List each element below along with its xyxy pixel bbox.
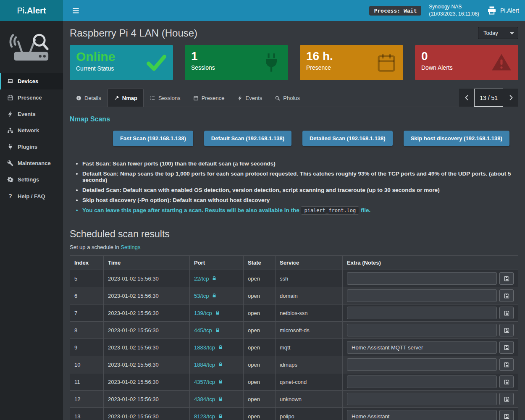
tab-sessions[interactable]: Sessions bbox=[144, 89, 187, 107]
cell-time: 2023-01-02 15:56:30 bbox=[104, 304, 190, 322]
cell-state: open bbox=[244, 304, 276, 322]
list-icon bbox=[150, 95, 155, 101]
schedule-hint: Set up a schedule in Settings bbox=[70, 244, 518, 250]
bullet-log-note: You can leave this page after starting a… bbox=[82, 207, 518, 213]
bolt-icon bbox=[7, 111, 13, 117]
save-note-button[interactable] bbox=[499, 307, 514, 319]
default-scan-button[interactable]: Default Scan (192.168.1.138) bbox=[204, 131, 291, 146]
port-link[interactable]: 4384/tcp bbox=[194, 396, 223, 402]
note-input[interactable] bbox=[347, 324, 497, 336]
main-content: Raspberry Pi 4 LAN (House) Today Online … bbox=[63, 21, 525, 420]
port-link[interactable]: 139/tcp bbox=[194, 310, 220, 316]
sidebar-toggle-button[interactable] bbox=[69, 5, 83, 17]
port-link[interactable]: 1884/tcp bbox=[194, 362, 223, 368]
cell-time: 2023-01-02 15:56:30 bbox=[104, 270, 190, 287]
port-link[interactable]: 4357/tcp bbox=[194, 379, 223, 385]
tab-pholus[interactable]: Pholus bbox=[268, 89, 306, 107]
note-input[interactable] bbox=[347, 289, 497, 302]
cell-index: 6 bbox=[70, 287, 104, 304]
port-number: 139/tcp bbox=[194, 310, 212, 316]
sidebar-item-events[interactable]: Events bbox=[0, 106, 63, 122]
host-info: Synology-NAS (11/03/2023, 16:11:08) bbox=[429, 3, 479, 18]
network-icon bbox=[7, 127, 13, 134]
tab-nmap[interactable]: Nmap bbox=[108, 89, 144, 107]
note-input[interactable] bbox=[347, 410, 497, 420]
laptop-icon bbox=[7, 78, 13, 84]
save-note-button[interactable] bbox=[499, 358, 514, 371]
search-icon bbox=[275, 95, 280, 101]
cell-port: 4357/tcp bbox=[190, 373, 244, 391]
header-extra-notes: Extra (Notes) bbox=[343, 256, 518, 270]
log-note-pre: You can leave this page after starting a… bbox=[82, 207, 299, 213]
cell-index: 11 bbox=[70, 373, 104, 391]
note-group bbox=[347, 289, 514, 302]
save-note-button[interactable] bbox=[499, 410, 514, 420]
note-input[interactable] bbox=[347, 272, 497, 285]
sidebar-item-network[interactable]: Network bbox=[0, 122, 63, 139]
sidebar-item-devices[interactable]: Devices bbox=[0, 73, 63, 89]
tab-details[interactable]: Details bbox=[70, 89, 108, 107]
tab-presence[interactable]: Presence bbox=[187, 89, 231, 107]
port-link[interactable]: 53/tcp bbox=[194, 293, 217, 299]
cell-state: open bbox=[244, 287, 276, 304]
note-input[interactable] bbox=[347, 307, 497, 319]
cell-index: 12 bbox=[70, 391, 104, 408]
cell-time: 2023-01-02 15:56:30 bbox=[104, 356, 190, 373]
note-input[interactable] bbox=[347, 393, 497, 405]
save-note-button[interactable] bbox=[499, 375, 514, 388]
cell-port: 4384/tcp bbox=[190, 391, 244, 408]
save-note-button[interactable] bbox=[499, 341, 514, 354]
user-menu[interactable]: Pi.Alert bbox=[487, 5, 519, 16]
port-number: 4357/tcp bbox=[194, 379, 215, 385]
sidebar-item-plugins[interactable]: Plugins bbox=[0, 139, 63, 155]
prev-device-button[interactable] bbox=[459, 89, 474, 107]
sidebar-item-maintenance[interactable]: Maintenance bbox=[0, 155, 63, 171]
next-device-button[interactable] bbox=[503, 89, 518, 107]
tab-events[interactable]: Events bbox=[231, 89, 269, 107]
port-link[interactable]: 445/tcp bbox=[194, 327, 220, 333]
note-group bbox=[347, 375, 514, 388]
port-number: 22/tcp bbox=[194, 276, 209, 282]
note-input[interactable] bbox=[347, 375, 497, 388]
period-select[interactable]: Today bbox=[478, 27, 518, 39]
note-input[interactable] bbox=[347, 341, 497, 354]
save-note-button[interactable] bbox=[499, 393, 514, 405]
lock-icon bbox=[218, 362, 223, 367]
sidebar-item-help[interactable]: ?Help / FAQ bbox=[0, 188, 63, 205]
sidebar-item-settings[interactable]: Settings bbox=[0, 171, 63, 188]
save-icon bbox=[504, 344, 510, 351]
port-link[interactable]: 8123/tcp bbox=[194, 413, 223, 420]
cell-port: 445/tcp bbox=[190, 322, 244, 339]
save-note-button[interactable] bbox=[499, 272, 514, 285]
skip-host-discovery-button[interactable]: Skip host discovery (192.168.1.138) bbox=[404, 131, 509, 146]
sidebar-item-label: Plugins bbox=[18, 144, 37, 150]
cell-service: microsoft-ds bbox=[276, 322, 343, 339]
scan-buttons: Fast Scan (192.168.1.138) Default Scan (… bbox=[113, 131, 518, 146]
summary-cards: Online Current Status 1 Sessions 16 h. P… bbox=[70, 45, 518, 80]
save-note-button[interactable] bbox=[499, 289, 514, 302]
fast-scan-button[interactable]: Fast Scan (192.168.1.138) bbox=[113, 131, 193, 146]
save-icon bbox=[504, 379, 510, 385]
cell-service: netbios-ssn bbox=[276, 304, 343, 322]
tab-label: Pholus bbox=[283, 95, 300, 101]
brand-logo[interactable]: Pi.Alert bbox=[0, 0, 63, 21]
port-link[interactable]: 22/tcp bbox=[194, 276, 217, 282]
lock-icon bbox=[215, 328, 220, 333]
note-group bbox=[347, 410, 514, 420]
settings-link[interactable]: Settings bbox=[121, 244, 140, 250]
cell-index: 10 bbox=[70, 356, 104, 373]
note-input[interactable] bbox=[347, 358, 497, 371]
save-icon bbox=[504, 310, 510, 316]
cell-state: open bbox=[244, 339, 276, 356]
save-note-button[interactable] bbox=[499, 324, 514, 336]
schedule-hint-text: Set up a schedule in bbox=[70, 244, 119, 250]
plug-icon bbox=[260, 52, 282, 74]
sidebar-item-presence[interactable]: Presence bbox=[0, 89, 63, 106]
detailed-scan-button[interactable]: Detailed Scan (192.168.1.138) bbox=[302, 131, 393, 146]
port-link[interactable]: 1883/tcp bbox=[194, 344, 223, 351]
cell-time: 2023-01-02 15:56:30 bbox=[104, 322, 190, 339]
check-icon bbox=[145, 52, 167, 74]
port-number: 4384/tcp bbox=[194, 396, 215, 402]
nmap-section-title: Nmap Scans bbox=[70, 116, 518, 123]
note-group bbox=[347, 272, 514, 285]
